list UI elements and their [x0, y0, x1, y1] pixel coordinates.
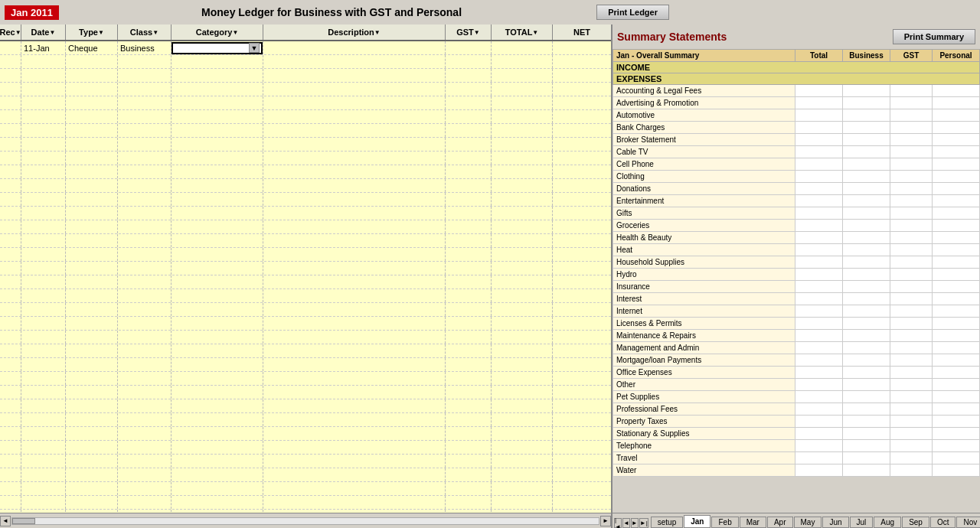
print-ledger-button[interactable]: Print Ledger: [596, 5, 669, 20]
value-personal[interactable]: [933, 269, 980, 281]
list-item[interactable]: Insurance: [613, 281, 980, 293]
value-business[interactable]: [843, 244, 890, 256]
value-total[interactable]: [795, 244, 843, 256]
value-gst[interactable]: [890, 171, 933, 183]
list-item[interactable]: Property Taxes: [613, 416, 980, 428]
value-business[interactable]: [843, 440, 890, 452]
value-total[interactable]: [795, 207, 843, 220]
value-gst[interactable]: [890, 330, 933, 342]
list-item[interactable]: Accounting & Legal Fees: [613, 85, 980, 97]
value-gst[interactable]: [890, 428, 933, 440]
value-total[interactable]: [795, 452, 843, 464]
value-business[interactable]: [843, 416, 890, 428]
h-scroll-left-arrow[interactable]: ◄: [0, 516, 11, 526]
value-business[interactable]: [843, 134, 890, 146]
value-business[interactable]: [843, 146, 890, 158]
value-personal[interactable]: [933, 171, 980, 183]
tab-feb[interactable]: Feb: [711, 517, 738, 528]
value-personal[interactable]: [933, 354, 980, 367]
value-personal[interactable]: [933, 183, 980, 195]
h-scrollbar-track[interactable]: [11, 517, 599, 525]
value-business[interactable]: [843, 293, 890, 305]
value-personal[interactable]: [933, 403, 980, 416]
tab-nav-next[interactable]: ►: [631, 518, 639, 528]
value-gst[interactable]: [890, 416, 933, 428]
value-business[interactable]: [843, 232, 890, 244]
value-business[interactable]: [843, 367, 890, 379]
value-total[interactable]: [795, 330, 843, 342]
value-personal[interactable]: [933, 195, 980, 207]
value-business[interactable]: [843, 97, 890, 109]
value-personal[interactable]: [933, 109, 980, 122]
value-personal[interactable]: [933, 464, 980, 477]
value-personal[interactable]: [933, 244, 980, 256]
value-total[interactable]: [795, 269, 843, 281]
value-gst[interactable]: [890, 220, 933, 232]
value-total[interactable]: [795, 318, 843, 330]
value-gst[interactable]: [890, 281, 933, 293]
value-total[interactable]: [795, 97, 843, 109]
list-item[interactable]: Other: [613, 379, 980, 391]
dropdown-arrow-btn[interactable]: ▼: [249, 43, 260, 53]
list-item[interactable]: Interest: [613, 293, 980, 305]
value-personal[interactable]: [933, 146, 980, 158]
value-personal[interactable]: [933, 305, 980, 318]
value-business[interactable]: [843, 464, 890, 477]
list-item[interactable]: Gifts: [613, 207, 980, 220]
list-item[interactable]: Maintenance & Repairs: [613, 330, 980, 342]
value-gst[interactable]: [890, 391, 933, 403]
value-total[interactable]: [795, 391, 843, 403]
col-header-type[interactable]: Type▼: [66, 24, 118, 40]
tab-jun[interactable]: Jun: [822, 517, 848, 528]
list-item[interactable]: Hydro: [613, 269, 980, 281]
list-item[interactable]: Advertising & Promotion: [613, 97, 980, 109]
tab-may[interactable]: May: [794, 517, 822, 528]
value-gst[interactable]: [890, 452, 933, 464]
value-gst[interactable]: [890, 379, 933, 391]
value-business[interactable]: [843, 391, 890, 403]
print-summary-button[interactable]: Print Summary: [893, 29, 975, 44]
value-personal[interactable]: [933, 428, 980, 440]
value-personal[interactable]: [933, 207, 980, 220]
value-total[interactable]: [795, 183, 843, 195]
tab-nav-first[interactable]: |◄: [614, 518, 622, 528]
tab-jul[interactable]: Jul: [850, 517, 874, 528]
value-business[interactable]: [843, 452, 890, 464]
value-business[interactable]: [843, 403, 890, 416]
list-item[interactable]: Clothing: [613, 171, 980, 183]
value-personal[interactable]: [933, 85, 980, 97]
list-item[interactable]: Broker Statement: [613, 134, 980, 146]
col-header-date[interactable]: Date▼: [21, 24, 66, 40]
value-personal[interactable]: [933, 379, 980, 391]
value-gst[interactable]: [890, 158, 933, 171]
value-business[interactable]: [843, 171, 890, 183]
h-scrollbar-thumb[interactable]: [12, 518, 35, 524]
value-business[interactable]: [843, 354, 890, 367]
col-header-rec[interactable]: Rec▼: [0, 24, 21, 40]
value-total[interactable]: [795, 428, 843, 440]
tab-setup[interactable]: setup: [651, 517, 683, 528]
value-gst[interactable]: [890, 354, 933, 367]
value-personal[interactable]: [933, 134, 980, 146]
value-business[interactable]: [843, 207, 890, 220]
description-cell[interactable]: [263, 41, 446, 54]
list-item[interactable]: Household Supplies: [613, 256, 980, 269]
value-gst[interactable]: [890, 256, 933, 269]
list-item[interactable]: Entertainment: [613, 195, 980, 207]
value-gst[interactable]: [890, 367, 933, 379]
value-business[interactable]: [843, 269, 890, 281]
value-gst[interactable]: [890, 85, 933, 97]
list-item[interactable]: Mortgage/loan Payments: [613, 354, 980, 367]
value-business[interactable]: [843, 342, 890, 354]
value-gst[interactable]: [890, 342, 933, 354]
value-personal[interactable]: [933, 342, 980, 354]
value-business[interactable]: [843, 158, 890, 171]
value-total[interactable]: [795, 85, 843, 97]
list-item[interactable]: Travel: [613, 452, 980, 464]
value-gst[interactable]: [890, 305, 933, 318]
value-personal[interactable]: [933, 232, 980, 244]
value-total[interactable]: [795, 305, 843, 318]
total-cell[interactable]: [492, 41, 553, 54]
value-business[interactable]: [843, 220, 890, 232]
value-business[interactable]: [843, 122, 890, 134]
